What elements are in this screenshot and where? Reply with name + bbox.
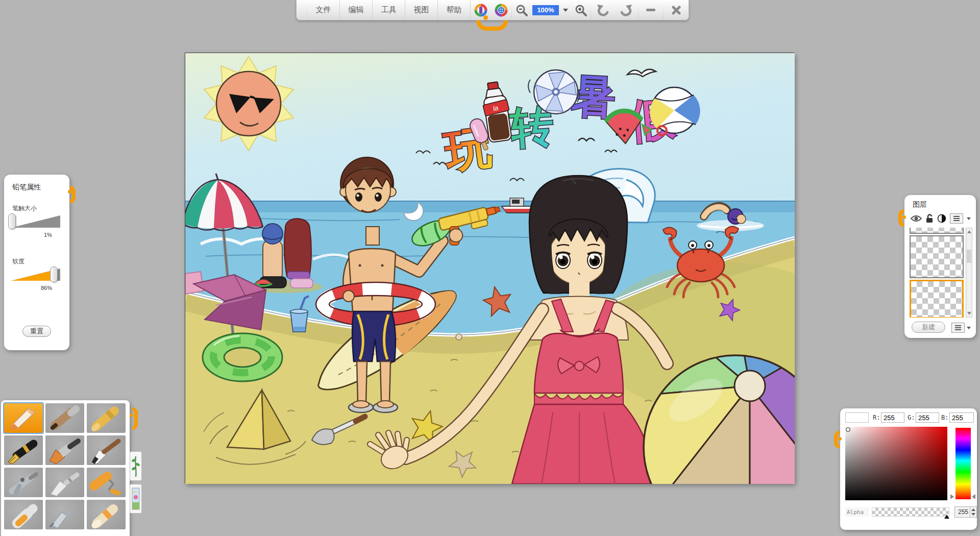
brush-size-label: 笔触大小: [12, 204, 37, 213]
tool-flat-brush[interactable]: [45, 435, 84, 465]
minimize-button[interactable]: [639, 0, 663, 20]
brush-size-track: [11, 215, 60, 228]
green-swim-ring: [203, 333, 282, 381]
red-label: R:: [873, 414, 880, 421]
layers-panel-handle-dot: [902, 215, 906, 219]
hue-marker-left[interactable]: [950, 494, 954, 499]
texture-stamp-icon: [131, 486, 140, 511]
crayon-icon: [88, 404, 125, 432]
menu-view[interactable]: 视图: [405, 0, 438, 20]
scrollbar-thumb[interactable]: [967, 250, 971, 263]
main-toolbar: 文件 编辑 工具 视图 帮助 100%: [296, 0, 689, 20]
palette-knife-icon: [46, 469, 83, 496]
pencil-panel-handle[interactable]: [70, 186, 76, 203]
layers-panel: 图层 新建: [904, 195, 976, 338]
brush-size-thumb[interactable]: [8, 213, 16, 229]
redo-button[interactable]: [615, 0, 638, 20]
menu-help[interactable]: 帮助: [438, 0, 471, 20]
layer-thumbnail-1[interactable]: [910, 235, 964, 278]
app-logo-icon-2[interactable]: [491, 0, 511, 20]
alpha-decrement[interactable]: [971, 513, 975, 516]
beach-scene-artwork: 玩 转 暑 假 la: [185, 53, 795, 484]
metal-point-icon: [46, 501, 83, 528]
alpha-spinner[interactable]: 255: [954, 506, 977, 518]
alpha-value: 255: [955, 508, 970, 516]
layer-thumbnail-top[interactable]: [910, 228, 964, 234]
scroll-down-arrow[interactable]: [967, 312, 971, 315]
tool-metal-point[interactable]: [45, 500, 84, 529]
color-position-marker[interactable]: [846, 427, 850, 432]
color-picker-panel: R: G: B: Alpha 255: [840, 408, 977, 530]
saturation-value-field[interactable]: [845, 427, 947, 500]
menu-tools[interactable]: 工具: [373, 0, 405, 20]
tool-paint-roller[interactable]: [87, 468, 126, 497]
rainbow-ring-icon: [495, 4, 508, 17]
alpha-increment[interactable]: [971, 508, 975, 511]
ink-brush-icon: [88, 436, 125, 464]
hue-marker-right[interactable]: [972, 494, 975, 499]
alpha-marker[interactable]: [944, 515, 949, 519]
contrast-icon[interactable]: [937, 214, 946, 223]
plant-brush-button[interactable]: [130, 451, 142, 481]
alpha-slider[interactable]: [872, 507, 949, 517]
texture-stamp-button[interactable]: [130, 484, 142, 514]
layer-menu-caret[interactable]: [967, 217, 971, 220]
brush-size-value: 1%: [44, 232, 52, 238]
close-icon: [672, 6, 681, 15]
layer-list: [910, 228, 964, 318]
tool-fountain-pen[interactable]: [4, 435, 43, 465]
layers-bottom-menu-caret[interactable]: [967, 327, 971, 329]
blue-input[interactable]: [949, 412, 974, 423]
tool-pencil-tip[interactable]: [4, 403, 43, 433]
softness-thumb[interactable]: [50, 266, 58, 282]
undo-button[interactable]: [591, 0, 615, 20]
tool-airbrush[interactable]: [4, 468, 43, 497]
tool-eraser-stick[interactable]: [87, 500, 126, 529]
green-input[interactable]: [916, 412, 939, 423]
pencil-tip-icon: [5, 404, 42, 432]
toolbar-drag-handle[interactable]: [476, 20, 508, 31]
menu-edit[interactable]: 编辑: [340, 0, 373, 20]
tool-palette-handle[interactable]: [132, 407, 138, 430]
blue-label: B:: [941, 414, 948, 421]
scroll-up-arrow[interactable]: [967, 230, 971, 233]
layer-list-menu-button[interactable]: [950, 213, 963, 224]
tool-ink-brush[interactable]: [87, 435, 126, 465]
pencil-panel-handle-dot: [68, 190, 71, 193]
layers-bottom-menu-button[interactable]: [951, 323, 965, 333]
tool-crayon[interactable]: [87, 403, 126, 433]
current-color-swatch: [845, 412, 869, 423]
layer-thumbnail-active[interactable]: [910, 280, 964, 318]
layer-scrollbar[interactable]: [966, 228, 972, 318]
zoom-in-button[interactable]: [571, 0, 591, 20]
app-logo-icon-1[interactable]: [471, 0, 491, 20]
reset-button[interactable]: 重置: [22, 326, 51, 337]
hue-bar[interactable]: [955, 428, 971, 499]
close-button[interactable]: [664, 0, 689, 20]
tool-wood-pen[interactable]: [45, 403, 84, 433]
unlock-icon[interactable]: [925, 214, 934, 223]
tool-ink-jar[interactable]: [4, 500, 43, 529]
wood-pen-icon: [46, 404, 83, 432]
minimize-icon: [646, 9, 655, 11]
toolbar-dot: [483, 15, 488, 20]
softness-label: 软度: [12, 257, 24, 266]
brush-size-slider[interactable]: [11, 215, 60, 228]
green-label: G:: [908, 414, 915, 421]
zoom-dropdown-caret[interactable]: [563, 9, 568, 12]
menu-file[interactable]: 文件: [307, 0, 340, 20]
tool-palette-knife[interactable]: [45, 468, 84, 497]
pencil-properties-panel: 铅笔属性 笔触大小 1% 软度 86% 重置: [4, 175, 69, 350]
softness-fill: [11, 269, 54, 281]
drawing-canvas[interactable]: 玩 转 暑 假 la: [185, 53, 794, 483]
zoom-out-icon: [515, 4, 528, 17]
softness-slider[interactable]: [11, 269, 60, 281]
alpha-label: Alpha: [845, 507, 869, 517]
zoom-out-button[interactable]: [512, 0, 531, 20]
zoom-level-value[interactable]: 100%: [532, 5, 559, 15]
visibility-eye-icon[interactable]: [911, 214, 922, 223]
red-input[interactable]: [881, 412, 904, 423]
new-layer-button[interactable]: 新建: [912, 322, 945, 333]
redo-icon: [619, 3, 633, 17]
color-panel-handle-dot: [838, 437, 842, 441]
